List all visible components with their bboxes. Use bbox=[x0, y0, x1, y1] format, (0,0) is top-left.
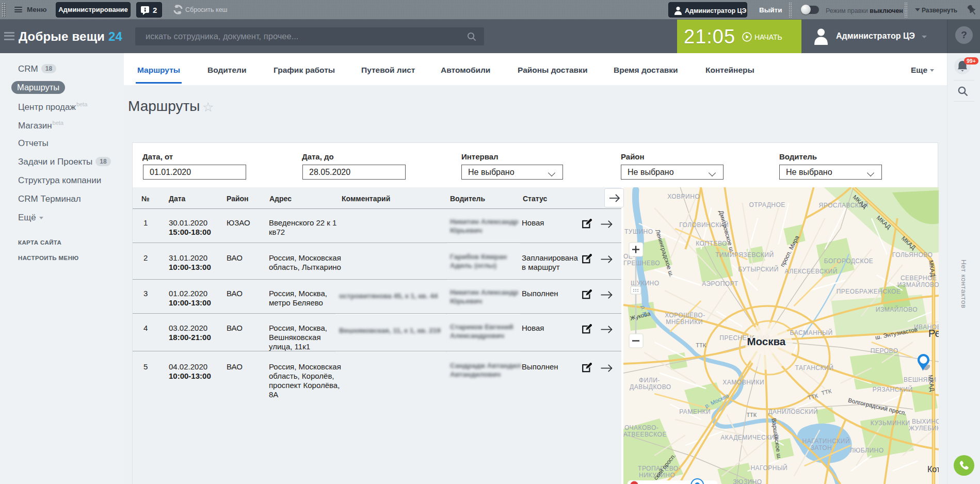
svg-text:БАСМАННЫЙ: БАСМАННЫЙ bbox=[790, 329, 833, 336]
svg-text:АТВЕЕВСКОЕ: АТВЕЕВСКОЕ bbox=[623, 431, 667, 438]
svg-text:ПЕРОВО: ПЕРОВО bbox=[871, 347, 898, 354]
svg-text:ХАМОВНИКИ: ХАМОВНИКИ bbox=[722, 379, 764, 386]
svg-text:ИЗМАЙЛОВО: ИЗМАЙЛОВО bbox=[897, 281, 939, 288]
svg-text:ЖУЛЕБИНО: ЖУЛЕБИНО bbox=[909, 425, 939, 432]
svg-text:РАМЕНКИ: РАМЕНКИ bbox=[679, 408, 711, 415]
svg-text:ВЫХИНО-: ВЫХИНО- bbox=[912, 418, 939, 425]
svg-text:ТИМИРЯЗЕВСКИЙ: ТИМИРЯЗЕВСКИЙ bbox=[715, 251, 774, 259]
svg-text:МНЁВНИКИ: МНЁВНИКИ bbox=[666, 318, 703, 326]
svg-text:НАГАТИНСКИЙ: НАГАТИНСКИЙ bbox=[802, 437, 850, 445]
svg-text:КУЗЬМИНКИ: КУЗЬМИНКИ bbox=[871, 420, 910, 427]
svg-text:ДАНИЛОВСКИЙ: ДАНИЛОВСКИЙ bbox=[768, 408, 818, 415]
svg-text:РЯЗАНСКИЙ: РЯЗАНСКИЙ bbox=[873, 385, 913, 393]
svg-text:ТТК: ТТК bbox=[696, 342, 706, 348]
svg-text:АЛЕКСЕЕВСКИЙ: АЛЕКСЕЕВСКИЙ bbox=[785, 267, 838, 275]
svg-text:ХОВРИНО: ХОВРИНО bbox=[667, 193, 700, 200]
svg-text:ДАВЫДКОВО: ДАВЫДКОВО bbox=[630, 383, 671, 391]
svg-text:ИЗМАЙЛОВО: ИЗМАЙЛОВО bbox=[876, 305, 918, 313]
svg-text:ТУШИНО: ТУШИНО bbox=[624, 228, 653, 235]
svg-text:Ре: Ре bbox=[928, 328, 939, 339]
svg-text:ГРЕШНЕВО: ГРЕШНЕВО bbox=[623, 260, 660, 267]
svg-text:Москва: Москва bbox=[747, 335, 785, 347]
svg-text:Кот: Кот bbox=[927, 465, 939, 474]
svg-text:ЗАТОН: ЗАТОН bbox=[811, 444, 832, 451]
svg-text:ЛЮБЛИНО: ЛЮБЛИНО bbox=[850, 447, 884, 454]
svg-text:АЭРОПОРТ: АЭРОПОРТ bbox=[702, 280, 738, 287]
svg-text:ОЧАКОВО-: ОЧАКОВО- bbox=[624, 424, 658, 431]
svg-text:БУТЫРСКИЙ: БУТЫРСКИЙ bbox=[738, 265, 779, 273]
svg-text:ПРЕОБРАЖЕНСКОЕ: ПРЕОБРАЖЕНСКОЕ bbox=[837, 288, 901, 295]
svg-text:КОПТЕВО: КОПТЕВО bbox=[696, 240, 727, 247]
svg-text:ТАГАНСКИЙ: ТАГАНСКИЙ bbox=[795, 364, 834, 372]
svg-text:БОГОРОДСКОЕ: БОГОРОДСКОЕ bbox=[824, 257, 874, 265]
svg-text:ЗЮЗИНО: ЗЮЗИНО bbox=[733, 478, 762, 484]
svg-text:ОТРАДНОЕ: ОТРАДНОЕ bbox=[749, 201, 785, 208]
svg-text:ТТК: ТТК bbox=[746, 412, 757, 418]
svg-text:ХОРОШЁВО-: ХОРОШЁВО- bbox=[665, 312, 705, 319]
svg-text:НАГОРНЫЙ: НАГОРНЫЙ bbox=[750, 464, 788, 472]
svg-text:АКАДЕМИЧЕСКИЙ: АКАДЕМИЧЕСКИЙ bbox=[720, 433, 779, 441]
svg-text:ФИЛИ-: ФИЛИ- bbox=[639, 377, 660, 384]
svg-text:ГОЛЬЯНОВО: ГОЛЬЯНОВО bbox=[892, 251, 933, 259]
svg-text:ЩУКИНО: ЩУКИНО bbox=[631, 280, 660, 287]
